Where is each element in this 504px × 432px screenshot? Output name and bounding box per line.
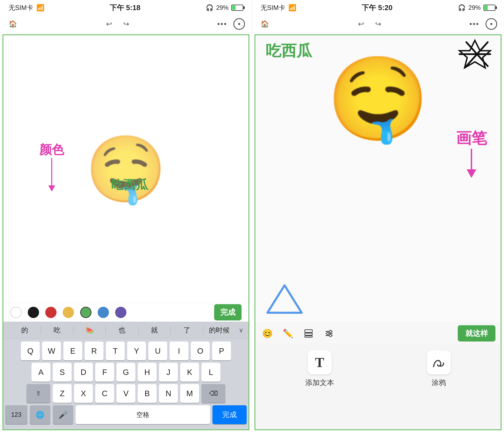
carrier-left: 无SIM卡 bbox=[9, 3, 33, 12]
key-C[interactable]: C bbox=[95, 384, 114, 403]
key-mic[interactable]: 🎤 bbox=[53, 405, 73, 424]
canvas-area-right: 吃西瓜 🤤 bbox=[255, 35, 501, 323]
key-return[interactable]: 完成 bbox=[212, 405, 247, 424]
undo-icon-left[interactable]: ↩ bbox=[103, 18, 115, 30]
suggestion-le[interactable]: 了 bbox=[171, 324, 203, 337]
suggestions-row: 的 吃 🍉 也 就 了 的时候 ∨ bbox=[3, 322, 248, 339]
svg-marker-4 bbox=[267, 285, 302, 313]
brush-toolbar-icon[interactable]: ✏️ bbox=[281, 327, 295, 340]
bottom-toolbar-right: 😊 ✏️ 就这样 bbox=[255, 323, 501, 344]
more-icon-left[interactable]: ••• bbox=[216, 18, 228, 30]
key-N[interactable]: N bbox=[159, 384, 178, 403]
toolbar-left: 🏠 ↩ ↪ ••• bbox=[0, 15, 252, 33]
triangle-shape bbox=[266, 284, 303, 314]
color-black[interactable] bbox=[28, 307, 39, 318]
color-white[interactable] bbox=[10, 307, 22, 318]
key-X[interactable]: X bbox=[74, 384, 93, 403]
tool-doodle[interactable]: 涂鸦 bbox=[427, 350, 451, 387]
emoji-toolbar-icon[interactable]: 😊 bbox=[261, 327, 274, 340]
wifi-icon-left: 📶 bbox=[36, 4, 44, 11]
svg-rect-6 bbox=[305, 333, 312, 335]
suggestion-ye[interactable]: 也 bbox=[106, 324, 138, 337]
suggestion-deshihou[interactable]: 的时候 bbox=[203, 324, 235, 337]
color-red[interactable] bbox=[45, 307, 56, 318]
svg-point-12 bbox=[326, 332, 329, 335]
color-picker-bar: 完成 bbox=[3, 303, 248, 322]
target-icon-left[interactable] bbox=[233, 18, 245, 30]
key-E[interactable]: E bbox=[63, 341, 82, 360]
layers-icon-svg bbox=[304, 329, 313, 338]
keyboard-area: 的 吃 🍉 也 就 了 的时候 ∨ Q W bbox=[3, 322, 248, 429]
undo-icon-right[interactable]: ↩ bbox=[355, 18, 367, 30]
key-Y[interactable]: Y bbox=[127, 341, 146, 360]
key-W[interactable]: W bbox=[42, 341, 61, 360]
key-A[interactable]: A bbox=[32, 363, 50, 382]
key-L[interactable]: L bbox=[201, 363, 220, 382]
key-I[interactable]: I bbox=[170, 341, 189, 360]
home-icon-left[interactable]: 🏠 bbox=[7, 18, 19, 30]
headphone-icon-left: 🎧 bbox=[206, 4, 214, 11]
suggestion-jiu[interactable]: 就 bbox=[138, 324, 171, 337]
canvas-content-right: 吃西瓜 🤤 bbox=[255, 35, 501, 323]
status-right-left: 🎧 29% bbox=[206, 4, 243, 11]
color-yellow[interactable] bbox=[63, 307, 74, 318]
layers-toolbar-icon[interactable] bbox=[302, 327, 315, 340]
color-green[interactable] bbox=[80, 307, 91, 318]
headphone-icon-right: 🎧 bbox=[458, 4, 466, 11]
battery-pct-right: 29% bbox=[468, 4, 481, 11]
key-P[interactable]: P bbox=[212, 341, 231, 360]
battery-fill-right bbox=[484, 6, 488, 10]
home-icon-right[interactable]: 🏠 bbox=[259, 18, 271, 30]
status-bar-right: 无SIM卡 📶 下午 5:20 🎧 29% bbox=[252, 0, 504, 15]
suggestion-de[interactable]: 的 bbox=[9, 324, 41, 337]
key-F[interactable]: F bbox=[95, 363, 114, 382]
key-globe[interactable]: 🌐 bbox=[30, 405, 50, 424]
emoji-container-left: 🤤 吃西瓜 bbox=[81, 125, 171, 214]
color-blue[interactable] bbox=[98, 307, 109, 318]
key-Z[interactable]: Z bbox=[53, 384, 72, 403]
key-Q[interactable]: Q bbox=[21, 341, 40, 360]
key-delete[interactable]: ⌫ bbox=[201, 384, 225, 403]
more-icon-right[interactable]: ••• bbox=[468, 18, 480, 30]
key-space[interactable]: 空格 bbox=[76, 405, 210, 424]
key-123[interactable]: 123 bbox=[5, 405, 27, 424]
settings-toolbar-icon[interactable] bbox=[322, 327, 336, 340]
key-O[interactable]: O bbox=[191, 341, 210, 360]
text-eating: 吃西瓜 bbox=[266, 40, 312, 61]
key-V[interactable]: V bbox=[117, 384, 135, 403]
text-overlay-left: 吃西瓜 bbox=[111, 177, 148, 193]
tool-add-text[interactable]: T 添加文本 bbox=[305, 350, 334, 387]
status-right-left-info: 无SIM卡 📶 bbox=[261, 3, 296, 12]
key-M[interactable]: M bbox=[180, 384, 199, 403]
battery-fill-left bbox=[232, 6, 235, 10]
status-left: 无SIM卡 📶 bbox=[9, 3, 44, 12]
redo-icon-left[interactable]: ↪ bbox=[120, 18, 132, 30]
key-K[interactable]: K bbox=[180, 363, 199, 382]
svg-point-11 bbox=[329, 330, 332, 333]
color-purple[interactable] bbox=[115, 307, 126, 318]
emoji-big-right: 🤤 bbox=[327, 58, 429, 140]
key-J[interactable]: J bbox=[159, 363, 178, 382]
done-button-right[interactable]: 就这样 bbox=[458, 325, 495, 341]
key-S[interactable]: S bbox=[53, 363, 72, 382]
key-D[interactable]: D bbox=[74, 363, 93, 382]
status-right-right: 🎧 29% bbox=[458, 4, 495, 11]
tool-doodle-label: 涂鸦 bbox=[432, 378, 446, 387]
key-shift[interactable]: ⇧ bbox=[26, 384, 50, 403]
time-left: 下午 5:18 bbox=[110, 3, 141, 12]
key-T[interactable]: T bbox=[106, 341, 125, 360]
target-icon-right[interactable] bbox=[486, 18, 497, 30]
key-B[interactable]: B bbox=[138, 384, 157, 403]
key-row-2: A S D F G H J K L bbox=[5, 363, 247, 382]
key-G[interactable]: G bbox=[117, 363, 135, 382]
wifi-icon-right: 📶 bbox=[288, 4, 296, 11]
chevron-down-icon[interactable]: ∨ bbox=[239, 327, 243, 334]
key-U[interactable]: U bbox=[148, 341, 167, 360]
suggestion-watermelon[interactable]: 🍉 bbox=[73, 324, 106, 336]
tools-panel: T 添加文本 涂鸦 bbox=[255, 344, 501, 429]
done-button-left[interactable]: 完成 bbox=[214, 304, 242, 321]
suggestion-chi[interactable]: 吃 bbox=[41, 324, 73, 337]
redo-icon-right[interactable]: ↪ bbox=[372, 18, 384, 30]
key-R[interactable]: R bbox=[85, 341, 103, 360]
key-H[interactable]: H bbox=[138, 363, 157, 382]
